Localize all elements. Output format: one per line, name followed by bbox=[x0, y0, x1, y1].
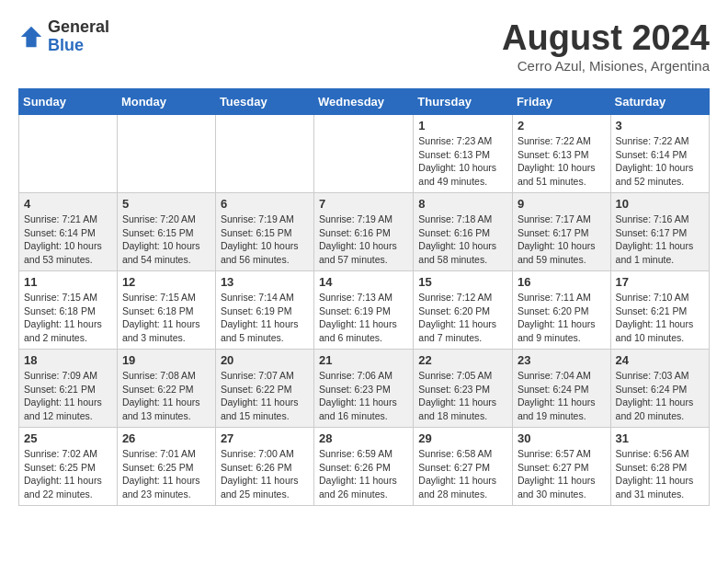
calendar-cell: 18Sunrise: 7:09 AM Sunset: 6:21 PM Dayli… bbox=[19, 350, 118, 428]
calendar-cell: 16Sunrise: 7:11 AM Sunset: 6:20 PM Dayli… bbox=[512, 271, 610, 350]
calendar-cell: 31Sunrise: 6:56 AM Sunset: 6:28 PM Dayli… bbox=[610, 428, 709, 506]
day-number: 26 bbox=[122, 431, 210, 445]
day-info: Sunrise: 7:19 AM Sunset: 6:16 PM Dayligh… bbox=[319, 213, 408, 267]
calendar-cell: 25Sunrise: 7:02 AM Sunset: 6:25 PM Dayli… bbox=[19, 428, 118, 506]
day-number: 6 bbox=[221, 197, 309, 211]
day-info: Sunrise: 7:21 AM Sunset: 6:14 PM Dayligh… bbox=[24, 213, 112, 267]
header-day: Tuesday bbox=[215, 89, 313, 115]
day-info: Sunrise: 7:17 AM Sunset: 6:17 PM Dayligh… bbox=[518, 213, 606, 267]
day-info: Sunrise: 7:04 AM Sunset: 6:24 PM Dayligh… bbox=[518, 369, 606, 423]
day-number: 11 bbox=[24, 275, 112, 289]
day-number: 19 bbox=[122, 353, 210, 367]
day-info: Sunrise: 7:08 AM Sunset: 6:22 PM Dayligh… bbox=[122, 369, 210, 423]
day-info: Sunrise: 7:22 AM Sunset: 6:13 PM Dayligh… bbox=[518, 134, 606, 189]
calendar-cell bbox=[215, 115, 313, 193]
day-info: Sunrise: 7:20 AM Sunset: 6:15 PM Dayligh… bbox=[122, 213, 210, 267]
calendar-cell: 6Sunrise: 7:19 AM Sunset: 6:15 PM Daylig… bbox=[215, 193, 313, 271]
day-info: Sunrise: 7:13 AM Sunset: 6:19 PM Dayligh… bbox=[319, 291, 408, 345]
day-info: Sunrise: 7:23 AM Sunset: 6:13 PM Dayligh… bbox=[418, 134, 507, 189]
header-day: Saturday bbox=[610, 89, 709, 115]
calendar-cell bbox=[19, 115, 118, 193]
calendar-cell: 12Sunrise: 7:15 AM Sunset: 6:18 PM Dayli… bbox=[117, 271, 215, 350]
calendar-cell: 4Sunrise: 7:21 AM Sunset: 6:14 PM Daylig… bbox=[19, 193, 118, 271]
day-info: Sunrise: 7:10 AM Sunset: 6:21 PM Dayligh… bbox=[616, 291, 704, 345]
day-info: Sunrise: 7:18 AM Sunset: 6:16 PM Dayligh… bbox=[418, 213, 507, 267]
calendar-cell: 2Sunrise: 7:22 AM Sunset: 6:13 PM Daylig… bbox=[512, 115, 610, 193]
day-info: Sunrise: 6:56 AM Sunset: 6:28 PM Dayligh… bbox=[616, 447, 704, 501]
day-info: Sunrise: 7:05 AM Sunset: 6:23 PM Dayligh… bbox=[418, 369, 507, 423]
day-info: Sunrise: 7:02 AM Sunset: 6:25 PM Dayligh… bbox=[24, 447, 112, 501]
title-section: August 2024 Cerro Azul, Misiones, Argent… bbox=[502, 18, 710, 74]
calendar-cell: 26Sunrise: 7:01 AM Sunset: 6:25 PM Dayli… bbox=[117, 428, 215, 506]
day-number: 20 bbox=[221, 353, 309, 367]
day-info: Sunrise: 7:12 AM Sunset: 6:20 PM Dayligh… bbox=[418, 291, 507, 345]
day-info: Sunrise: 7:00 AM Sunset: 6:26 PM Dayligh… bbox=[221, 447, 309, 501]
header-row: SundayMondayTuesdayWednesdayThursdayFrid… bbox=[19, 89, 710, 115]
calendar-cell bbox=[117, 115, 215, 193]
day-info: Sunrise: 7:22 AM Sunset: 6:14 PM Dayligh… bbox=[616, 134, 704, 189]
logo-general-text: General bbox=[48, 18, 109, 37]
calendar-cell: 22Sunrise: 7:05 AM Sunset: 6:23 PM Dayli… bbox=[414, 350, 513, 428]
calendar-cell: 9Sunrise: 7:17 AM Sunset: 6:17 PM Daylig… bbox=[512, 193, 610, 271]
subtitle: Cerro Azul, Misiones, Argentina bbox=[502, 58, 710, 74]
day-info: Sunrise: 7:15 AM Sunset: 6:18 PM Dayligh… bbox=[122, 291, 210, 345]
header-day: Monday bbox=[117, 89, 215, 115]
day-info: Sunrise: 7:09 AM Sunset: 6:21 PM Dayligh… bbox=[24, 369, 112, 423]
day-number: 23 bbox=[518, 353, 606, 367]
day-number: 18 bbox=[24, 353, 112, 367]
day-number: 13 bbox=[221, 275, 309, 289]
day-number: 12 bbox=[122, 275, 210, 289]
day-number: 22 bbox=[418, 353, 507, 367]
day-number: 9 bbox=[518, 197, 606, 211]
day-number: 31 bbox=[616, 431, 704, 445]
day-info: Sunrise: 7:19 AM Sunset: 6:15 PM Dayligh… bbox=[221, 213, 309, 267]
calendar-week-row: 11Sunrise: 7:15 AM Sunset: 6:18 PM Dayli… bbox=[19, 271, 710, 350]
day-info: Sunrise: 7:01 AM Sunset: 6:25 PM Dayligh… bbox=[122, 447, 210, 501]
logo: General Blue bbox=[18, 18, 109, 55]
calendar-cell: 28Sunrise: 6:59 AM Sunset: 6:26 PM Dayli… bbox=[314, 428, 414, 506]
day-number: 24 bbox=[616, 353, 704, 367]
calendar-cell: 5Sunrise: 7:20 AM Sunset: 6:15 PM Daylig… bbox=[117, 193, 215, 271]
calendar-cell: 29Sunrise: 6:58 AM Sunset: 6:27 PM Dayli… bbox=[414, 428, 513, 506]
calendar-cell: 20Sunrise: 7:07 AM Sunset: 6:22 PM Dayli… bbox=[215, 350, 313, 428]
day-number: 29 bbox=[418, 431, 507, 445]
day-info: Sunrise: 7:03 AM Sunset: 6:24 PM Dayligh… bbox=[616, 369, 704, 423]
calendar-cell: 11Sunrise: 7:15 AM Sunset: 6:18 PM Dayli… bbox=[19, 271, 118, 350]
day-number: 2 bbox=[518, 119, 606, 132]
calendar: SundayMondayTuesdayWednesdayThursdayFrid… bbox=[18, 88, 710, 506]
calendar-cell: 14Sunrise: 7:13 AM Sunset: 6:19 PM Dayli… bbox=[314, 271, 414, 350]
calendar-header: SundayMondayTuesdayWednesdayThursdayFrid… bbox=[19, 89, 710, 115]
calendar-cell: 15Sunrise: 7:12 AM Sunset: 6:20 PM Dayli… bbox=[414, 271, 513, 350]
calendar-cell: 30Sunrise: 6:57 AM Sunset: 6:27 PM Dayli… bbox=[512, 428, 610, 506]
header-day: Wednesday bbox=[314, 89, 414, 115]
calendar-cell: 1Sunrise: 7:23 AM Sunset: 6:13 PM Daylig… bbox=[414, 115, 513, 193]
main-title: August 2024 bbox=[502, 18, 710, 58]
day-number: 28 bbox=[319, 431, 408, 445]
day-info: Sunrise: 7:16 AM Sunset: 6:17 PM Dayligh… bbox=[616, 213, 704, 267]
day-info: Sunrise: 7:11 AM Sunset: 6:20 PM Dayligh… bbox=[518, 291, 606, 345]
header-day: Thursday bbox=[414, 89, 513, 115]
day-number: 16 bbox=[518, 275, 606, 289]
logo-blue-text: Blue bbox=[48, 37, 109, 55]
logo-icon bbox=[18, 24, 44, 50]
day-number: 25 bbox=[24, 431, 112, 445]
calendar-cell bbox=[314, 115, 414, 193]
calendar-cell: 10Sunrise: 7:16 AM Sunset: 6:17 PM Dayli… bbox=[610, 193, 709, 271]
header-day: Friday bbox=[512, 89, 610, 115]
day-number: 3 bbox=[616, 119, 704, 132]
calendar-week-row: 1Sunrise: 7:23 AM Sunset: 6:13 PM Daylig… bbox=[19, 115, 710, 193]
calendar-cell: 27Sunrise: 7:00 AM Sunset: 6:26 PM Dayli… bbox=[215, 428, 313, 506]
calendar-body: 1Sunrise: 7:23 AM Sunset: 6:13 PM Daylig… bbox=[19, 115, 710, 506]
calendar-week-row: 18Sunrise: 7:09 AM Sunset: 6:21 PM Dayli… bbox=[19, 350, 710, 428]
calendar-week-row: 25Sunrise: 7:02 AM Sunset: 6:25 PM Dayli… bbox=[19, 428, 710, 506]
day-info: Sunrise: 7:06 AM Sunset: 6:23 PM Dayligh… bbox=[319, 369, 408, 423]
logo-text: General Blue bbox=[48, 18, 109, 55]
day-number: 7 bbox=[319, 197, 408, 211]
svg-marker-0 bbox=[21, 27, 41, 47]
day-info: Sunrise: 6:58 AM Sunset: 6:27 PM Dayligh… bbox=[418, 447, 507, 501]
day-number: 15 bbox=[418, 275, 507, 289]
calendar-cell: 24Sunrise: 7:03 AM Sunset: 6:24 PM Dayli… bbox=[610, 350, 709, 428]
day-number: 8 bbox=[418, 197, 507, 211]
header: General Blue August 2024 Cerro Azul, Mis… bbox=[18, 18, 710, 74]
calendar-cell: 21Sunrise: 7:06 AM Sunset: 6:23 PM Dayli… bbox=[314, 350, 414, 428]
